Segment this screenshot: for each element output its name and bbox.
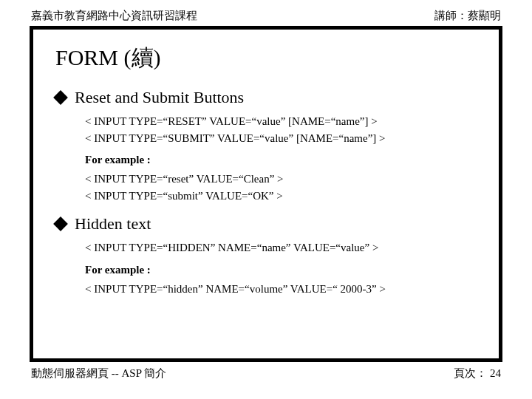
- diamond-bullet-icon: [53, 90, 68, 105]
- code-line: < INPUT TYPE=“HIDDEN” NAME=“name” VALUE=…: [85, 239, 480, 256]
- example-block: < INPUT TYPE=“reset” VALUE=“Clean” > < I…: [85, 171, 480, 204]
- diamond-bullet-icon: [53, 216, 68, 231]
- section-heading: Reset and Submit Buttons: [55, 88, 480, 107]
- footer-left: 動態伺服器網頁 -- ASP 簡介: [31, 366, 166, 381]
- section-heading: Hidden text: [55, 214, 480, 233]
- example-block: < INPUT TYPE=“hidden” NAME=“volume” VALU…: [85, 281, 480, 298]
- footer-bar: 動態伺服器網頁 -- ASP 簡介 頁次： 24: [30, 362, 502, 381]
- syntax-block: < INPUT TYPE=“RESET” VALUE=“value” [NAME…: [85, 113, 480, 146]
- content-frame: FORM (續) Reset and Submit Buttons < INPU…: [30, 26, 502, 362]
- header-left: 嘉義市教育網路中心資訊研習課程: [31, 9, 197, 23]
- code-line: < INPUT TYPE=“hidden” NAME=“volume” VALU…: [85, 281, 480, 298]
- code-line: < INPUT TYPE=“reset” VALUE=“Clean” >: [85, 171, 480, 188]
- syntax-block: < INPUT TYPE=“HIDDEN” NAME=“name” VALUE=…: [85, 239, 480, 256]
- code-line: < INPUT TYPE=“submit” VALUE=“OK” >: [85, 188, 480, 205]
- example-label: For example :: [85, 264, 480, 276]
- example-label: For example :: [85, 154, 480, 166]
- section-heading-text: Reset and Submit Buttons: [75, 88, 244, 107]
- code-line: < INPUT TYPE=“SUBMIT” VALUE=“value” [NAM…: [85, 130, 480, 147]
- page-title: FORM (續): [55, 43, 480, 73]
- footer-right: 頁次： 24: [454, 366, 501, 381]
- header-bar: 嘉義市教育網路中心資訊研習課程 講師：蔡顯明: [30, 9, 502, 26]
- header-right: 講師：蔡顯明: [434, 9, 501, 23]
- code-line: < INPUT TYPE=“RESET” VALUE=“value” [NAME…: [85, 113, 480, 130]
- section-heading-text: Hidden text: [75, 214, 151, 233]
- slide-container: 嘉義市教育網路中心資訊研習課程 講師：蔡顯明 FORM (續) Reset an…: [30, 9, 502, 387]
